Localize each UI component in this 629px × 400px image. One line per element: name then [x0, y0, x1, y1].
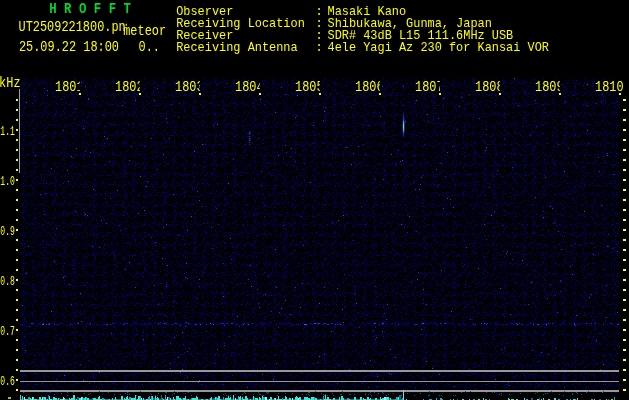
svg-text:0.6: 0.6	[0, 375, 15, 389]
svg-text:UT2509221800.pn: UT2509221800.pn	[19, 19, 126, 35]
svg-text:Receiving Antenna: Receiving Antenna	[176, 41, 297, 55]
svg-text:25.09.22 18:00: 25.09.22 18:00	[19, 39, 119, 55]
svg-text:4ele Yagi Az 230 for Kansai VO: 4ele Yagi Az 230 for Kansai VOR	[328, 41, 550, 55]
svg-text::: :	[316, 41, 323, 55]
svg-text:0..: 0..	[139, 39, 160, 55]
svg-text:1.1: 1.1	[0, 125, 15, 139]
svg-text:meteor: meteor	[123, 23, 166, 39]
svg-text:0.8: 0.8	[0, 275, 15, 289]
svg-text:1.0: 1.0	[0, 175, 15, 189]
svg-text:0.9: 0.9	[0, 225, 15, 239]
svg-text:0.7: 0.7	[0, 325, 15, 339]
svg-text:H R O F F T: H R O F F T	[49, 1, 131, 17]
svg-text:kHz: kHz	[0, 75, 21, 91]
